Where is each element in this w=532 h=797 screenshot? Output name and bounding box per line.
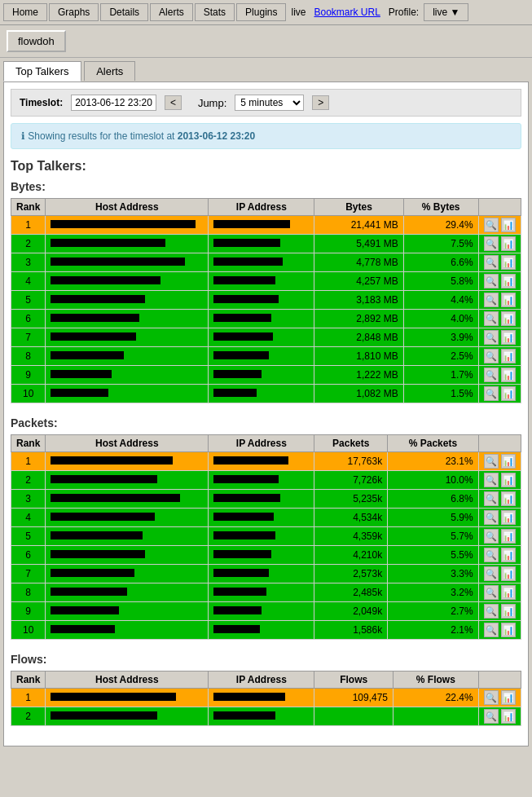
plugins-button[interactable]: Plugins	[236, 3, 286, 21]
search-icon[interactable]: 🔍	[484, 623, 499, 637]
ip-cell	[209, 689, 314, 707]
graph-icon[interactable]: 📊	[501, 386, 516, 401]
graph-icon[interactable]: 📊	[501, 623, 516, 637]
row-actions: 🔍 📊	[478, 565, 521, 583]
ip-cell	[209, 621, 314, 640]
graph-icon[interactable]: 📊	[501, 368, 516, 382]
table-row: 4 4,534k 5.9% 🔍 📊	[11, 509, 521, 527]
search-icon[interactable]: 🔍	[484, 585, 499, 600]
jump-select[interactable]: 5 minutes 10 minutes 30 minutes 1 hour	[235, 95, 304, 111]
host-cell	[46, 253, 209, 272]
page-title-button[interactable]: flowdoh	[7, 30, 66, 52]
table-row: 9 1,222 MB 1.7% 🔍 📊	[11, 366, 521, 385]
info-text: Showing results for the timeslot at	[28, 130, 177, 142]
table-row: 1 109,475 22.4% 🔍 📊	[11, 689, 521, 707]
row-actions: 🔍 📊	[478, 272, 521, 291]
search-icon[interactable]: 🔍	[484, 454, 499, 469]
bytes-cell: 2,848 MB	[314, 328, 403, 347]
graph-icon[interactable]: 📊	[501, 604, 516, 619]
search-icon[interactable]: 🔍	[484, 293, 499, 307]
flows-col-rank: Rank	[11, 672, 46, 689]
host-cell	[46, 707, 209, 726]
host-cell	[46, 565, 209, 583]
graph-icon[interactable]: 📊	[501, 255, 516, 270]
pct-cell: 3.9%	[403, 328, 478, 347]
graph-icon[interactable]: 📊	[501, 311, 516, 326]
graphs-button[interactable]: Graphs	[49, 3, 99, 21]
search-icon[interactable]: 🔍	[484, 330, 499, 345]
pct-cell: 4.4%	[403, 291, 478, 310]
graph-icon[interactable]: 📊	[501, 473, 516, 487]
graph-icon[interactable]: 📊	[501, 274, 516, 288]
graph-icon[interactable]: 📊	[501, 690, 516, 705]
graph-icon[interactable]: 📊	[501, 548, 516, 562]
flows-table: Rank Host Address IP Address Flows % Flo…	[11, 671, 521, 726]
bookmark-url-link[interactable]: Bookmark URL	[310, 7, 383, 18]
ip-cell	[209, 291, 314, 310]
info-box: ℹ Showing results for the timeslot at 20…	[11, 123, 521, 149]
graph-icon[interactable]: 📊	[501, 454, 516, 469]
bytes-title: Bytes:	[11, 180, 521, 193]
ip-cell	[209, 253, 314, 272]
live-label: live	[288, 7, 309, 18]
table-row: 6 4,210k 5.5% 🔍 📊	[11, 546, 521, 565]
rank-cell: 4	[11, 272, 46, 291]
live-dropdown[interactable]: live ▼	[424, 3, 468, 21]
search-icon[interactable]: 🔍	[484, 529, 499, 544]
tab-alerts[interactable]: Alerts	[84, 61, 135, 81]
packets-title: Packets:	[11, 416, 521, 429]
tab-top-talkers[interactable]: Top Talkers	[3, 61, 81, 81]
rank-cell: 8	[11, 347, 46, 366]
rank-cell: 2	[11, 235, 46, 253]
timeslot-next-button[interactable]: >	[312, 95, 329, 110]
search-icon[interactable]: 🔍	[484, 473, 499, 487]
graph-icon[interactable]: 📊	[501, 529, 516, 544]
timeslot-prev-button[interactable]: <	[165, 95, 182, 110]
graph-icon[interactable]: 📊	[501, 510, 516, 525]
rank-cell: 2	[11, 707, 46, 726]
search-icon[interactable]: 🔍	[484, 690, 499, 705]
search-icon[interactable]: 🔍	[484, 311, 499, 326]
search-icon[interactable]: 🔍	[484, 386, 499, 401]
host-cell	[46, 583, 209, 602]
graph-icon[interactable]: 📊	[501, 349, 516, 363]
host-cell	[46, 602, 209, 621]
graph-icon[interactable]: 📊	[501, 709, 516, 724]
pct-cell: 22.4%	[394, 689, 479, 707]
graph-icon[interactable]: 📊	[501, 330, 516, 345]
graph-icon[interactable]: 📊	[501, 218, 516, 232]
jump-label: Jump:	[198, 97, 226, 109]
pct-cell: 6.6%	[403, 253, 478, 272]
graph-icon[interactable]: 📊	[501, 491, 516, 506]
graph-icon[interactable]: 📊	[501, 236, 516, 251]
graph-icon[interactable]: 📊	[501, 293, 516, 307]
graph-icon[interactable]: 📊	[501, 566, 516, 581]
bytes-cell: 2,892 MB	[314, 310, 403, 328]
home-button[interactable]: Home	[3, 3, 47, 21]
row-actions: 🔍 📊	[478, 471, 521, 490]
search-icon[interactable]: 🔍	[484, 236, 499, 251]
search-icon[interactable]: 🔍	[484, 255, 499, 270]
ip-cell	[209, 385, 314, 403]
graph-icon[interactable]: 📊	[501, 585, 516, 600]
search-icon[interactable]: 🔍	[484, 709, 499, 724]
host-cell	[46, 366, 209, 385]
search-icon[interactable]: 🔍	[484, 510, 499, 525]
search-icon[interactable]: 🔍	[484, 368, 499, 382]
host-cell	[46, 452, 209, 471]
host-cell	[46, 509, 209, 527]
stats-button[interactable]: Stats	[195, 3, 235, 21]
search-icon[interactable]: 🔍	[484, 349, 499, 363]
rank-cell: 3	[11, 490, 46, 509]
table-row: 10 1,586k 2.1% 🔍 📊	[11, 621, 521, 640]
search-icon[interactable]: 🔍	[484, 604, 499, 619]
search-icon[interactable]: 🔍	[484, 218, 499, 232]
search-icon[interactable]: 🔍	[484, 491, 499, 506]
alerts-button[interactable]: Alerts	[150, 3, 193, 21]
details-button[interactable]: Details	[100, 3, 148, 21]
search-icon[interactable]: 🔍	[484, 566, 499, 581]
rank-cell: 6	[11, 310, 46, 328]
packets-cell: 2,485k	[314, 583, 388, 602]
search-icon[interactable]: 🔍	[484, 548, 499, 562]
search-icon[interactable]: 🔍	[484, 274, 499, 288]
